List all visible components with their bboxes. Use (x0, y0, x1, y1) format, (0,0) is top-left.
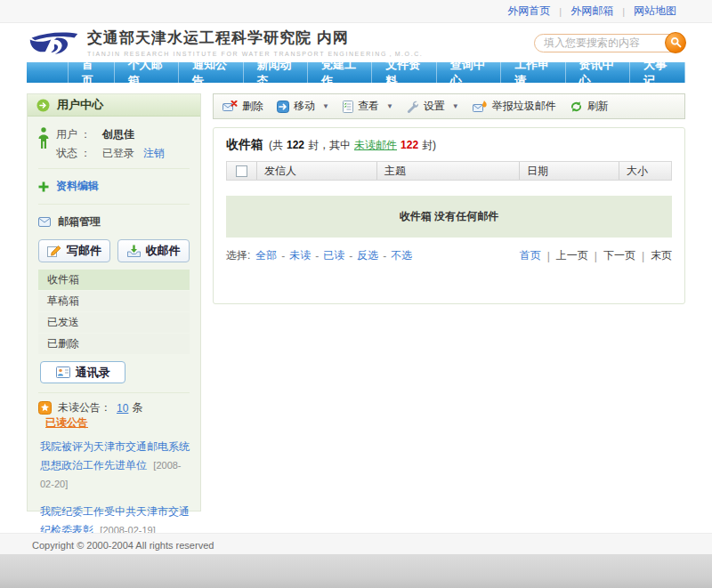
column-sender: 发信人 (257, 162, 377, 180)
status-label: 状态 ： (56, 146, 102, 161)
empty-state: 收件箱 没有任何邮件 (226, 196, 672, 238)
empty-state-text: 收件箱 没有任何邮件 (400, 209, 498, 224)
star-icon (38, 401, 52, 415)
divider (38, 204, 190, 205)
user-name: 创思佳 (102, 127, 134, 142)
contacts-button[interactable]: 通讯录 (40, 361, 125, 383)
contacts-icon (56, 366, 70, 378)
settings-button[interactable]: 设置 ▼ (407, 99, 459, 114)
search-icon (670, 36, 682, 48)
read-announcements-link[interactable]: 已读公告 (45, 415, 88, 431)
pagination: 首页 | 上一页 | 下一页 | 末页 (520, 248, 672, 263)
unread-unit: 条 (132, 400, 142, 415)
unread-count: 122 (400, 139, 418, 151)
nav-home[interactable]: 首页 (68, 62, 115, 83)
chevron-down-icon[interactable]: ▼ (386, 102, 393, 110)
page-last-link[interactable]: 末页 (651, 248, 672, 263)
mailbox-title-row: 收件箱 (共 122 封，其中 未读邮件 122 封) (226, 137, 672, 153)
select-all-link[interactable]: 全部 (255, 248, 277, 263)
nav-query-center[interactable]: 查询中心 (437, 62, 501, 83)
top-separator: | (622, 6, 625, 17)
select-unread-link[interactable]: 未读 (289, 248, 311, 263)
user-center-title: 用户中心 (57, 97, 103, 113)
sidebar: 用户中心 用户 ： 创思佳 状态 ： 已登录 (27, 93, 201, 511)
refresh-button[interactable]: 刷新 (570, 99, 609, 114)
move-label: 移动 (294, 99, 315, 114)
selection-row: 选择: 全部 - 未读 - 已读 - 反选 - 不选 首页 | 上一页 (226, 248, 672, 263)
settings-label: 设置 (424, 99, 445, 114)
nav-milestones[interactable]: 大事记 (630, 62, 685, 83)
view-button[interactable]: 查看 ▼ (343, 99, 393, 114)
receive-mail-button[interactable]: 收邮件 (117, 239, 190, 262)
plus-icon (38, 181, 49, 192)
folder-sent[interactable]: 已发送 (38, 312, 190, 333)
nav-announcements[interactable]: 通知公告 (179, 62, 243, 83)
contacts-label: 通讯录 (76, 365, 110, 381)
nav-work-request[interactable]: 工作申请 (501, 62, 565, 83)
select-all-cell (227, 162, 257, 180)
select-none-link[interactable]: 不选 (391, 248, 412, 263)
nav-party-work[interactable]: 党建工作 (308, 62, 372, 83)
logout-link[interactable]: 注销 (143, 146, 165, 161)
announcement-item: 我院被评为天津市交通邮电系统思想政治工作先进单位 [2008-02-20] (40, 438, 190, 494)
search-area (534, 34, 684, 52)
delete-mail-icon (222, 101, 238, 113)
column-size: 大小 (619, 162, 671, 180)
select-all-checkbox[interactable] (236, 165, 247, 177)
page-separator: | (642, 250, 644, 262)
site-title: 交通部天津水运工程科学研究院 内网 (87, 28, 534, 48)
page-prev-link[interactable]: 上一页 (556, 248, 588, 263)
arrow-circle-icon (36, 99, 50, 112)
select-label: 选择: (226, 248, 250, 263)
search-input[interactable] (534, 34, 684, 52)
nav-info-center[interactable]: 资讯中心 (566, 62, 630, 83)
folder-trash[interactable]: 已删除 (38, 334, 190, 354)
page-next-link[interactable]: 下一页 (603, 248, 635, 263)
report-spam-button[interactable]: 举报垃圾邮件 (473, 99, 556, 114)
profile-edit-row[interactable]: 资料编辑 (38, 176, 190, 197)
announcement-header: 未读公告： 10 条 已读公告 (38, 400, 190, 431)
dash-separator: - (349, 250, 352, 262)
footer-gray-band (0, 554, 712, 588)
status-value: 已登录 (102, 146, 134, 161)
person-icon (38, 127, 49, 149)
delete-button[interactable]: 删除 (222, 99, 263, 114)
top-separator: | (559, 6, 562, 17)
select-invert-link[interactable]: 反选 (357, 248, 378, 263)
nav-personal-mail[interactable]: 个人邮箱 (115, 62, 179, 83)
chevron-down-icon[interactable]: ▼ (322, 102, 329, 110)
refresh-icon (570, 101, 583, 113)
unread-mail-link[interactable]: 未读邮件 (354, 138, 397, 153)
unread-count-link[interactable]: 10 (117, 402, 128, 415)
mail-manage-label: 邮箱管理 (58, 214, 101, 230)
search-button[interactable] (665, 32, 686, 53)
compose-mail-button[interactable]: 写邮件 (38, 239, 110, 262)
dash-separator: - (281, 250, 285, 262)
user-label: 用户 ： (56, 127, 102, 142)
column-subject: 主题 (377, 162, 520, 180)
move-button[interactable]: 移动 ▼ (277, 99, 329, 114)
folder-inbox[interactable]: 收件箱 (38, 270, 190, 290)
select-read-link[interactable]: 已读 (323, 248, 344, 263)
footer: Copyright © 2000-2004 All rights reserve… (0, 533, 712, 554)
nav-documents[interactable]: 文件资料 (372, 62, 436, 83)
page-separator: | (595, 250, 597, 262)
extranet-mail-link[interactable]: 外网邮箱 (570, 4, 613, 19)
receive-mail-label: 收邮件 (146, 243, 181, 259)
view-list-icon (343, 101, 353, 113)
chevron-down-icon[interactable]: ▼ (452, 102, 459, 110)
folder-list: 收件箱 草稿箱 已发送 已删除 (38, 270, 190, 354)
extranet-home-link[interactable]: 外网首页 (507, 4, 550, 19)
delete-label: 删除 (242, 99, 263, 114)
folder-drafts[interactable]: 草稿箱 (38, 291, 190, 311)
status-line: 状态 ： 已登录 注销 (56, 146, 190, 161)
page-first-link[interactable]: 首页 (520, 248, 541, 263)
mailbox-title: 收件箱 (226, 137, 263, 153)
profile-edit-link[interactable]: 资料编辑 (56, 179, 99, 194)
nav-news[interactable]: 新闻动态 (244, 62, 308, 83)
dash-separator: - (383, 250, 386, 262)
count-mid: 封，其中 (308, 138, 351, 153)
inbox-download-icon (127, 245, 141, 257)
column-date: 日期 (520, 162, 619, 180)
sitemap-link[interactable]: 网站地图 (634, 4, 676, 19)
